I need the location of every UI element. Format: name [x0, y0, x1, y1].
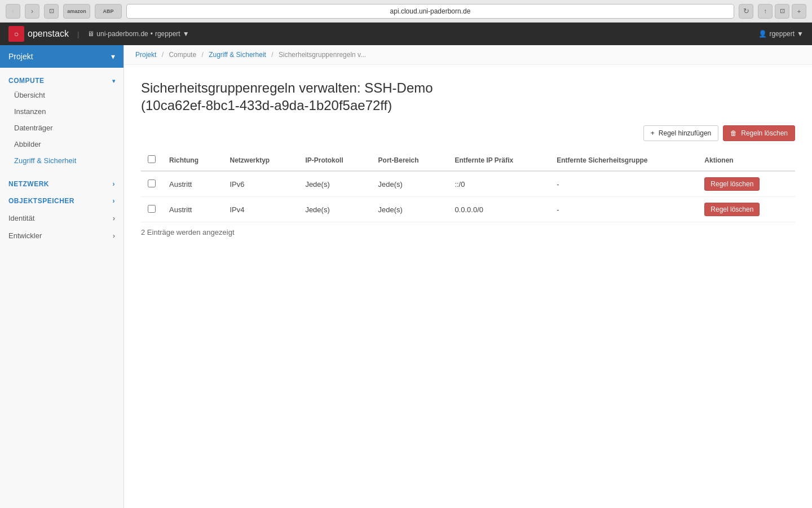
objektspeicher-arrow: ›: [113, 197, 116, 205]
row2-richtung: Austritt: [162, 197, 223, 222]
delete-regeln-button[interactable]: 🗑 Regeln löschen: [723, 125, 795, 141]
row1-richtung: Austritt: [162, 171, 223, 197]
identitat-arrow: ›: [113, 214, 115, 222]
sidebar-item-abbilder[interactable]: Abbilder: [0, 136, 123, 152]
tab-button[interactable]: ⊡: [44, 4, 59, 19]
netzwerk-label: NETZWERK: [8, 180, 49, 188]
sidebar-entwickler-header[interactable]: Entwickler ›: [0, 227, 123, 242]
sidebar-identitat-header[interactable]: Identität ›: [0, 209, 123, 225]
col-netzwerktyp: Netzwerktyp: [223, 150, 298, 171]
content-area: Projekt / Compute / Zugriff & Sicherheit…: [124, 45, 812, 508]
sidebar-compute-section: COMPUTE ▾ Übersicht Instanzen Datenträge…: [0, 68, 123, 173]
browser-chrome: ‹ › ⊡ amazon ABP api.cloud.uni-paderborn…: [0, 0, 812, 23]
domain-text: uni-paderborn.de: [96, 30, 148, 38]
row1-entfernte-sg: -: [550, 171, 698, 197]
page-content: Sicherheitsgruppenregeln verwalten: SSH-…: [124, 65, 812, 508]
user-menu[interactable]: 👤 rgeppert ▼: [758, 30, 804, 38]
sidebar-projekt-header[interactable]: Projekt ▾: [0, 45, 123, 68]
bookmark-abp[interactable]: ABP: [95, 4, 122, 19]
sidebar-item-zugriff-sicherheit[interactable]: Zugriff & Sicherheit: [0, 152, 123, 169]
plus-icon: +: [651, 129, 655, 137]
forward-button[interactable]: ›: [25, 4, 39, 19]
table-row: Austritt IPv4 Jede(s) Jede(s) 0.0.0.0/0 …: [141, 197, 795, 222]
table-footer: 2 Einträge werden angezeigt: [141, 222, 795, 242]
expand-button[interactable]: +: [792, 4, 806, 19]
reload-button[interactable]: ↻: [739, 4, 753, 19]
sidebar-objektspeicher-header[interactable]: OBJEKTSPEICHER ›: [0, 192, 123, 207]
entwickler-label: Entwickler: [8, 231, 42, 240]
sidebar-item-ubersicht[interactable]: Übersicht: [0, 87, 123, 103]
row2-checkbox[interactable]: [148, 205, 156, 213]
domain-separator: •: [151, 30, 153, 38]
col-entfernte-ip: Entfernte IP Präfix: [448, 150, 550, 171]
sidebar-item-datentrager[interactable]: Datenträger: [0, 120, 123, 136]
objektspeicher-label: OBJEKTSPEICHER: [8, 197, 74, 205]
select-all-checkbox[interactable]: [148, 155, 156, 163]
row1-port-bereich: Jede(s): [372, 171, 448, 197]
row2-entfernte-ip: 0.0.0.0/0: [448, 197, 550, 222]
trash-icon: 🗑: [730, 129, 737, 137]
breadcrumb-zugriff[interactable]: Zugriff & Sicherheit: [209, 51, 266, 59]
col-port-bereich: Port-Bereich: [372, 150, 448, 171]
nav-divider: |: [77, 30, 79, 38]
row1-netzwerktyp: IPv6: [223, 171, 298, 197]
username: rgeppert: [769, 30, 795, 38]
breadcrumb-compute: Compute: [169, 51, 196, 59]
bookmark-amazon[interactable]: amazon: [63, 4, 90, 19]
table-toolbar: + Regel hinzufügen 🗑 Regeln löschen: [141, 125, 795, 141]
breadcrumb-projekt[interactable]: Projekt: [135, 51, 156, 59]
col-aktionen: Aktionen: [698, 150, 795, 171]
project-text: rgeppert: [155, 30, 180, 38]
row1-aktionen: Regel löschen: [698, 171, 795, 197]
row2-ip-protokoll: Jede(s): [298, 197, 371, 222]
share-button[interactable]: ↑: [758, 4, 773, 19]
openstack-logo-icon: ○: [8, 26, 24, 42]
row2-delete-button[interactable]: Regel löschen: [704, 203, 760, 216]
url-bar[interactable]: api.cloud.uni-paderborn.de: [126, 4, 734, 19]
breadcrumb-current: Sicherheitsgruppenregeln v...: [279, 51, 366, 59]
compute-chevron: ▾: [112, 78, 116, 84]
table-row: Austritt IPv6 Jede(s) Jede(s) ::/0 - Reg…: [141, 171, 795, 197]
fullscreen-button[interactable]: ⊡: [775, 4, 789, 19]
breadcrumb: Projekt / Compute / Zugriff & Sicherheit…: [124, 45, 812, 65]
entwickler-arrow: ›: [113, 231, 115, 240]
openstack-logo-text: openstack: [28, 29, 69, 39]
netzwerk-arrow: ›: [113, 180, 116, 188]
domain-icon: 🖥: [87, 30, 94, 38]
row1-check: [141, 171, 162, 197]
row1-entfernte-ip: ::/0: [448, 171, 550, 197]
compute-label: COMPUTE: [8, 77, 45, 85]
col-ip-protokoll: IP-Protokoll: [298, 150, 371, 171]
sidebar-netzwerk-header[interactable]: NETZWERK ›: [0, 176, 123, 190]
domain-selector[interactable]: 🖥 uni-paderborn.de • rgeppert ▼: [87, 30, 189, 38]
row2-aktionen: Regel löschen: [698, 197, 795, 222]
row1-ip-protokoll: Jede(s): [298, 171, 371, 197]
row2-port-bereich: Jede(s): [372, 197, 448, 222]
sidebar-projekt-label: Projekt: [8, 52, 33, 61]
row1-checkbox[interactable]: [148, 179, 156, 187]
security-rules-table: Richtung Netzwerktyp IP-Protokoll Port-B…: [141, 150, 795, 222]
sidebar: Projekt ▾ COMPUTE ▾ Übersicht Instanzen …: [0, 45, 124, 508]
openstack-logo: ○ openstack: [8, 26, 69, 42]
row2-entfernte-sg: -: [550, 197, 698, 222]
user-dropdown-arrow: ▼: [797, 30, 804, 38]
user-icon: 👤: [758, 30, 767, 38]
top-nav: ○ openstack | 🖥 uni-paderborn.de • rgepp…: [0, 23, 812, 45]
back-button[interactable]: ‹: [6, 4, 20, 19]
col-entfernte-sg: Entfernte Sicherheitsgruppe: [550, 150, 698, 171]
col-check: [141, 150, 162, 171]
page-title: Sicherheitsgruppenregeln verwalten: SSH-…: [141, 79, 795, 114]
add-regel-button[interactable]: + Regel hinzufügen: [643, 125, 718, 141]
sidebar-item-instanzen[interactable]: Instanzen: [0, 103, 123, 120]
sidebar-compute-header[interactable]: COMPUTE ▾: [0, 72, 123, 87]
identitat-label: Identität: [8, 214, 34, 222]
domain-dropdown-arrow: ▼: [183, 30, 189, 38]
row2-netzwerktyp: IPv4: [223, 197, 298, 222]
col-richtung: Richtung: [162, 150, 223, 171]
row1-delete-button[interactable]: Regel löschen: [704, 177, 760, 191]
sidebar-projekt-arrow: ▾: [111, 52, 115, 61]
row2-check: [141, 197, 162, 222]
